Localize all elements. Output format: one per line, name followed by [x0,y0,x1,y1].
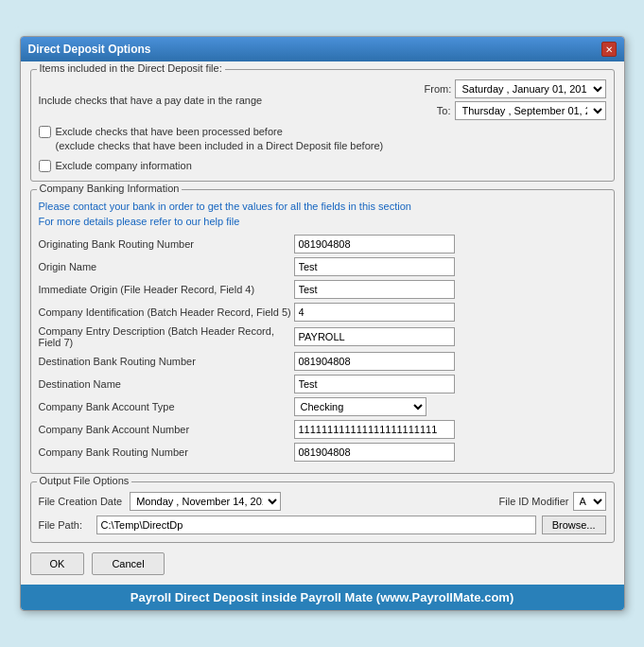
items-group-label: Items included in the Direct Deposit fil… [37,62,225,74]
title-bar: Direct Deposit Options ✕ [21,37,624,61]
banking-field-input[interactable] [294,257,455,276]
banking-field-row: Origin Name [39,257,606,276]
banking-field-row: Company Entry Description (Batch Header … [39,325,606,348]
items-group: Items included in the Direct Deposit fil… [30,69,615,182]
banking-note: Please contact your bank in order to get… [39,200,606,229]
file-creation-label: File Creation Date [39,496,123,507]
banking-field-input[interactable] [294,327,455,346]
file-creation-select[interactable]: Monday , November 14, 2011 [130,492,281,511]
account-type-select[interactable]: CheckingSavings [294,397,426,416]
banking-group: Company Banking Information Please conta… [30,189,615,474]
to-label: To: [425,105,451,116]
footer-text: Payroll Direct Deposit inside Payroll Ma… [131,590,514,604]
banking-group-label: Company Banking Information [37,183,183,194]
banking-field-input[interactable] [294,235,455,254]
to-date-select[interactable]: Thursday , September 01, 2011 [455,101,606,120]
banking-field-input[interactable] [294,280,455,299]
close-button[interactable]: ✕ [601,42,617,57]
banking-field-row: Company Bank Routing Number [39,443,606,462]
file-modifier-select[interactable]: A B C [573,492,606,511]
button-row: OK Cancel [30,552,615,575]
include-label: Include checks that have a pay date in t… [39,95,263,106]
dialog-title: Direct Deposit Options [28,43,151,56]
exclude-company-label: Exclude company information [56,159,192,173]
banking-field-input[interactable] [294,352,455,371]
banking-field-label: Company Identification (Batch Header Rec… [39,306,294,318]
banking-field-label: Destination Name [39,378,294,390]
banking-field-row: Originating Bank Routing Number [39,235,606,254]
exclude-company-row: Exclude company information [39,159,606,173]
ok-button[interactable]: OK [30,552,85,575]
banking-fields: Originating Bank Routing NumberOrigin Na… [39,235,606,462]
banking-field-row: Destination Name [39,375,606,393]
banking-field-label: Company Bank Account Number [39,424,294,435]
exclude-processed-checkbox[interactable] [39,126,51,138]
banking-field-label: Immediate Origin (File Header Record, Fi… [39,284,294,295]
exclude-processed-label: Exclude checks that have been processed … [56,125,384,154]
from-date-select[interactable]: Saturday , January 01, 2011 [455,79,606,98]
banking-field-row: Company Bank Account TypeCheckingSavings [39,397,606,416]
filepath-label: File Path: [39,519,91,531]
banking-field-input[interactable] [294,303,455,322]
output-group-label: Output File Options [37,475,132,486]
exclude-company-checkbox[interactable] [39,160,51,172]
footer-bar: Payroll Direct Deposit inside Payroll Ma… [21,585,624,610]
from-label: From: [425,83,451,95]
banking-field-label: Originating Bank Routing Number [39,238,294,250]
banking-field-label: Company Entry Description (Batch Header … [39,325,294,348]
banking-field-input[interactable] [294,375,455,393]
filepath-input[interactable] [96,516,536,534]
exclude-processed-row: Exclude checks that have been processed … [39,125,606,154]
banking-field-row: Immediate Origin (File Header Record, Fi… [39,280,606,299]
banking-field-label: Destination Bank Routing Number [39,356,294,367]
cancel-button[interactable]: Cancel [92,552,164,575]
output-group: Output File Options File Creation Date M… [30,481,615,543]
file-modifier-label: File ID Modifier [499,496,569,507]
banking-field-label: Origin Name [39,261,294,272]
banking-field-input[interactable] [294,420,455,439]
banking-field-row: Company Bank Account Number [39,420,606,439]
banking-field-row: Destination Bank Routing Number [39,352,606,371]
banking-field-row: Company Identification (Batch Header Rec… [39,303,606,322]
browse-button[interactable]: Browse... [542,516,606,534]
banking-field-label: Company Bank Routing Number [39,446,294,458]
banking-field-input[interactable] [294,443,455,462]
banking-field-label: Company Bank Account Type [39,401,294,412]
